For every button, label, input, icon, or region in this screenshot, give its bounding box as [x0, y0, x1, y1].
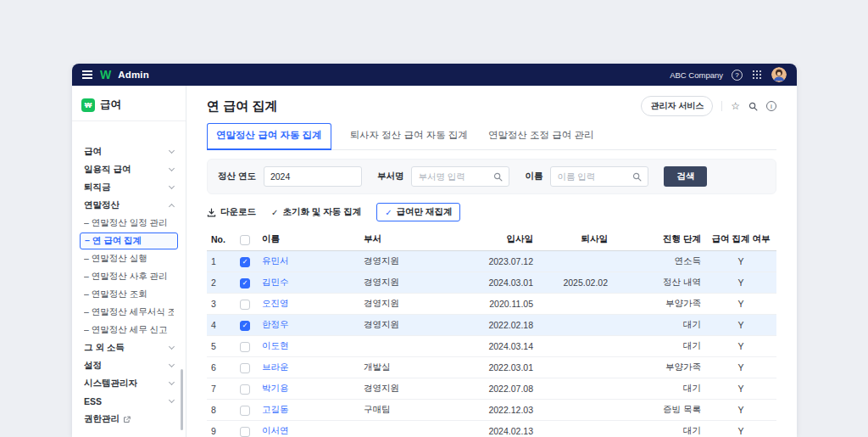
- table-row: 8고길동구매팀2022.12.03증빙 목록Y: [207, 400, 776, 421]
- row-checkbox-cell[interactable]: [232, 378, 258, 400]
- sidebar-item-left: 급여: [84, 146, 102, 158]
- row-checkbox[interactable]: [240, 342, 250, 352]
- sidebar-item[interactable]: 연말정산 세무서식 조회: [80, 304, 178, 321]
- row-checkbox-cell[interactable]: ✓: [232, 272, 258, 294]
- employee-name[interactable]: 이서연: [258, 421, 359, 437]
- chevron-down-icon: [169, 379, 175, 385]
- row-checkbox[interactable]: ✓: [240, 321, 250, 331]
- row-checkbox-cell[interactable]: [232, 357, 258, 378]
- download-button[interactable]: 다운로드: [207, 206, 256, 218]
- row-checkbox[interactable]: [240, 427, 250, 437]
- row-number: 9: [207, 421, 232, 437]
- dept-input[interactable]: [418, 171, 493, 182]
- app-grid-icon[interactable]: [753, 70, 761, 79]
- department: 개발실: [359, 357, 463, 378]
- sidebar-item[interactable]: 시스템관리자: [80, 375, 178, 392]
- year-input[interactable]: [270, 171, 355, 182]
- row-checkbox[interactable]: [240, 406, 250, 416]
- info-icon[interactable]: i: [766, 101, 776, 111]
- search-icon[interactable]: [493, 172, 503, 182]
- row-checkbox-cell[interactable]: ✓: [232, 315, 258, 336]
- sidebar-item[interactable]: 퇴직금: [80, 179, 178, 196]
- search-button[interactable]: 검색: [664, 166, 707, 187]
- employee-name[interactable]: 브라운: [258, 357, 359, 378]
- hire-date: 2020.11.05: [463, 294, 537, 315]
- department: 경영지원: [359, 272, 463, 294]
- row-checkbox-cell[interactable]: [232, 400, 258, 421]
- sidebar-item[interactable]: 그 외 소득: [80, 339, 178, 356]
- star-icon[interactable]: ☆: [731, 101, 740, 111]
- filter-year-label: 정산 연도: [218, 171, 256, 182]
- row-checkbox-cell[interactable]: [232, 421, 258, 437]
- sidebar-item[interactable]: 급여: [80, 143, 178, 160]
- sidebar-item[interactable]: 연말정산 세무 신고: [80, 322, 178, 339]
- sidebar-item-left: 설정: [84, 360, 102, 372]
- employee-name[interactable]: 김민수: [258, 272, 359, 294]
- sidebar-item-active[interactable]: 연 급여 집계: [80, 233, 178, 249]
- salary-only-button[interactable]: ✓ 급여만 재집계: [376, 203, 460, 221]
- sidebar-item[interactable]: 연말정산 실행: [80, 250, 178, 267]
- sidebar-scrollbar[interactable]: [181, 369, 183, 430]
- avatar[interactable]: [771, 67, 787, 82]
- chevron-down-icon: [169, 165, 175, 171]
- employee-name[interactable]: 오진영: [258, 294, 359, 315]
- aggregated-flag: Y: [705, 421, 776, 437]
- search-icon[interactable]: [632, 172, 642, 182]
- progress-stage: 부양가족: [612, 294, 705, 315]
- row-checkbox-cell[interactable]: ✓: [232, 251, 258, 272]
- sidebar-item-left: 시스템관리자: [84, 378, 137, 389]
- tab-1[interactable]: 연말정산 급여 자동 집계: [207, 123, 331, 150]
- column-header: 진행 단계: [612, 228, 705, 251]
- aggregated-flag: Y: [705, 400, 776, 421]
- hamburger-menu-icon[interactable]: [82, 70, 92, 80]
- filter-dept-label: 부서명: [377, 171, 404, 182]
- name-input[interactable]: [557, 171, 632, 182]
- sidebar-item-label: 연말정산 일정 관리: [84, 217, 168, 229]
- hire-date: 2022.07.08: [463, 378, 537, 400]
- employee-name[interactable]: 한정우: [258, 315, 359, 336]
- sidebar-item[interactable]: 연말정산 일정 관리: [80, 215, 178, 232]
- employee-name[interactable]: 이도현: [258, 336, 359, 357]
- tab-3[interactable]: 연말정산 조정 급여 관리: [487, 124, 596, 149]
- employee-name[interactable]: 고길동: [258, 400, 359, 421]
- column-header: 입사일: [463, 228, 537, 251]
- row-checkbox[interactable]: ✓: [240, 257, 250, 267]
- reset-aggregate-button[interactable]: ✓ 초기화 및 자동 집계: [271, 206, 361, 218]
- sidebar-item[interactable]: 권한관리: [80, 411, 178, 428]
- row-checkbox-cell[interactable]: [232, 294, 258, 315]
- main-header: 연 급여 집계 관리자 서비스 ☆ i: [207, 96, 776, 116]
- sidebar-item-label: 연말정산 세무서식 조회: [84, 306, 174, 318]
- row-number: 7: [207, 378, 232, 400]
- employee-name[interactable]: 박기용: [258, 378, 359, 400]
- sidebar-item-left: 연말정산 일정 관리: [84, 217, 168, 229]
- department: 경영지원: [359, 378, 463, 400]
- row-checkbox[interactable]: [240, 300, 250, 310]
- leave-date: [537, 357, 612, 378]
- chevron-down-icon: [169, 361, 175, 367]
- sidebar-item[interactable]: ESS: [80, 393, 178, 410]
- employee-name[interactable]: 유민서: [258, 251, 359, 272]
- app-body: ₩ 급여 급여일용직 급여퇴직금연말정산연말정산 일정 관리연 급여 집계연말정…: [72, 86, 797, 437]
- sidebar-item[interactable]: 일용직 급여: [80, 161, 178, 178]
- tab-2[interactable]: 퇴사자 정산 급여 자동 집계: [348, 124, 470, 149]
- row-checkbox[interactable]: ✓: [240, 278, 250, 289]
- search-icon[interactable]: [748, 102, 758, 111]
- sidebar-item-left: ESS: [84, 396, 102, 406]
- sidebar-item[interactable]: 연말정산 사후 관리: [80, 268, 178, 285]
- department: [359, 421, 463, 437]
- row-number: 6: [207, 357, 232, 378]
- hire-date: 2024.03.01: [463, 272, 537, 294]
- admin-service-button[interactable]: 관리자 서비스: [641, 96, 713, 116]
- filter-name: 이름: [525, 166, 648, 187]
- product-name: Admin: [118, 70, 149, 80]
- row-checkbox[interactable]: [240, 384, 250, 395]
- row-checkbox[interactable]: [240, 363, 250, 373]
- table-row: 1✓유민서경영지원2023.07.12연소득Y: [207, 251, 776, 272]
- select-all-checkbox[interactable]: [240, 235, 250, 245]
- row-checkbox-cell[interactable]: [232, 336, 258, 357]
- sidebar-item[interactable]: 연말정산: [80, 197, 178, 214]
- row-number: 3: [207, 294, 232, 315]
- help-icon[interactable]: ?: [732, 70, 743, 81]
- sidebar-item[interactable]: 연말정산 조회: [80, 286, 178, 303]
- sidebar-item[interactable]: 설정: [80, 357, 178, 374]
